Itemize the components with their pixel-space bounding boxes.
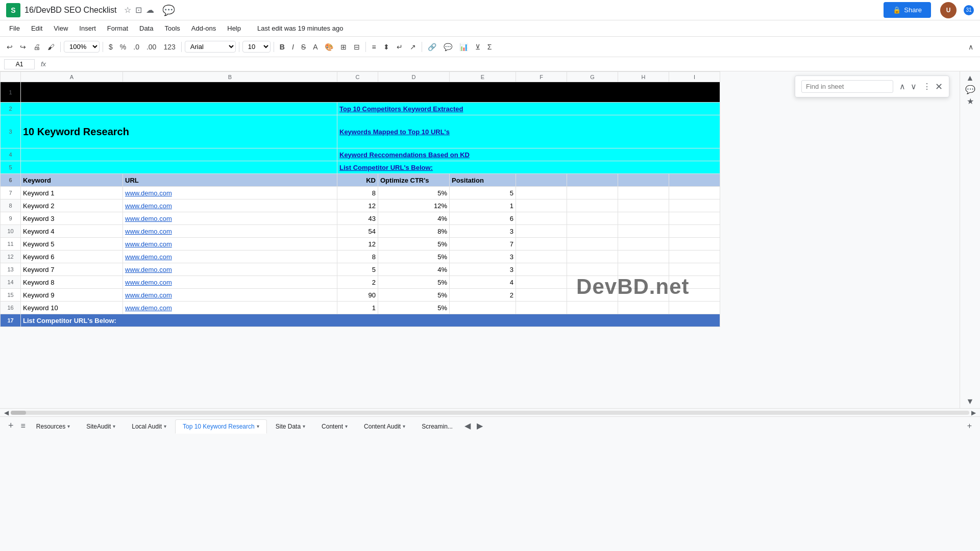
menu-file[interactable]: File	[4, 22, 25, 34]
cell-g9[interactable]	[567, 212, 618, 225]
cell-e16[interactable]	[450, 302, 516, 314]
cell-d8[interactable]: 12%	[378, 199, 450, 212]
cell-a10[interactable]: Keyword 4	[21, 225, 123, 238]
cell-i7[interactable]	[669, 187, 720, 199]
cell-a17[interactable]: List Competitor URL's Below:	[21, 314, 720, 327]
cell-h9[interactable]	[618, 212, 669, 225]
cell-g16[interactable]	[567, 302, 618, 314]
col-header-h[interactable]: H	[618, 72, 669, 82]
valign-button[interactable]: ⬍	[381, 41, 392, 53]
cell-f16[interactable]	[516, 302, 567, 314]
cell-b9[interactable]: www.demo.com	[123, 212, 337, 225]
header-kd[interactable]: KD	[337, 174, 378, 187]
cell-h16[interactable]: DevBD.net	[618, 302, 669, 314]
format-123-button[interactable]: 123	[161, 41, 178, 53]
tab-nav-right[interactable]: ▶	[474, 419, 486, 433]
cell-b12[interactable]: www.demo.com	[123, 251, 337, 263]
cell-f13[interactable]	[516, 263, 567, 276]
cell-i11[interactable]	[669, 238, 720, 251]
cell-a9[interactable]: Keyword 3	[21, 212, 123, 225]
cell-d14[interactable]: 5%	[378, 276, 450, 289]
cell-f10[interactable]	[516, 225, 567, 238]
print-button[interactable]: 🖨	[31, 41, 43, 53]
cell-h10[interactable]	[618, 225, 669, 238]
col-header-f[interactable]: F	[516, 72, 567, 82]
filter-button[interactable]: ⊻	[473, 41, 483, 53]
tab-end-add-button[interactable]: +	[963, 419, 976, 433]
tab-nav-left[interactable]: ◀	[461, 419, 474, 433]
scroll-right-arrow[interactable]: ▶	[969, 409, 978, 416]
cell-d10[interactable]: 8%	[378, 225, 450, 238]
cell-c9[interactable]: 43	[337, 212, 378, 225]
cell-i16[interactable]	[669, 302, 720, 314]
font-size-select[interactable]: 10	[242, 41, 271, 53]
header-positation[interactable]: Positation	[450, 174, 516, 187]
menu-tools[interactable]: Tools	[159, 22, 185, 34]
cell-f11[interactable]	[516, 238, 567, 251]
link-b10[interactable]: www.demo.com	[125, 228, 172, 235]
cell-i12[interactable]	[669, 251, 720, 263]
find-close-button[interactable]: ✕	[935, 81, 943, 92]
link-b14[interactable]: www.demo.com	[125, 279, 172, 286]
strikethrough-button[interactable]: S	[299, 41, 308, 53]
cell-g8[interactable]	[567, 199, 618, 212]
col-header-e[interactable]: E	[450, 72, 516, 82]
cell-a16[interactable]: Keyword 10	[21, 302, 123, 314]
cell-c16[interactable]: 1	[337, 302, 378, 314]
cell-e12[interactable]: 3	[450, 251, 516, 263]
cell-b15[interactable]: www.demo.com	[123, 289, 337, 302]
cell-e9[interactable]: 6	[450, 212, 516, 225]
cell-d15[interactable]: 5%	[378, 289, 450, 302]
folder-icon[interactable]: ⊡	[135, 5, 142, 15]
menu-format[interactable]: Format	[102, 22, 133, 34]
col-header-d[interactable]: D	[378, 72, 450, 82]
find-next-button[interactable]: ∨	[909, 81, 919, 92]
header-optimize-ctr[interactable]: Optimize CTR's	[378, 174, 450, 187]
header-f6[interactable]	[516, 174, 567, 187]
cell-c7[interactable]: 8	[337, 187, 378, 199]
cell-e15[interactable]: 2	[450, 289, 516, 302]
cell-i8[interactable]	[669, 199, 720, 212]
cell-b10[interactable]: www.demo.com	[123, 225, 337, 238]
cell-d11[interactable]: 5%	[378, 238, 450, 251]
function-button[interactable]: Σ	[485, 41, 495, 53]
font-select[interactable]: Arial	[185, 41, 236, 53]
cell-c5[interactable]: List Competitor URL's Below:	[337, 161, 720, 174]
cell-g12[interactable]	[567, 251, 618, 263]
chat-icon[interactable]: 💬	[162, 4, 175, 16]
col-header-a[interactable]: A	[21, 72, 123, 82]
col-header-i[interactable]: I	[669, 72, 720, 82]
header-url[interactable]: URL	[123, 174, 337, 187]
percent-button[interactable]: %	[117, 41, 129, 53]
star-panel-icon[interactable]: ★	[967, 96, 974, 106]
cell-d16[interactable]: 5%	[378, 302, 450, 314]
cell-a8[interactable]: Keyword 2	[21, 199, 123, 212]
link-b13[interactable]: www.demo.com	[125, 266, 172, 273]
tab-keyword-research[interactable]: Top 10 Keyword Research ▾	[175, 419, 267, 434]
italic-button[interactable]: I	[289, 41, 297, 53]
link-b16[interactable]: www.demo.com	[125, 304, 172, 312]
menu-view[interactable]: View	[48, 22, 73, 34]
cell-c15[interactable]: 90	[337, 289, 378, 302]
cell-d7[interactable]: 5%	[378, 187, 450, 199]
currency-button[interactable]: $	[106, 41, 115, 53]
chat-panel-icon[interactable]: 💬	[965, 85, 975, 94]
cell-c13[interactable]: 5	[337, 263, 378, 276]
cell-b16[interactable]: www.demo.com	[123, 302, 337, 314]
link-b7[interactable]: www.demo.com	[125, 189, 172, 197]
cell-b8[interactable]: www.demo.com	[123, 199, 337, 212]
cell-f12[interactable]	[516, 251, 567, 263]
cell-a15[interactable]: Keyword 9	[21, 289, 123, 302]
text-color-button[interactable]: A	[310, 41, 320, 53]
borders-button[interactable]: ⊞	[338, 41, 349, 53]
cell-b7[interactable]: www.demo.com	[123, 187, 337, 199]
link-b8[interactable]: www.demo.com	[125, 202, 172, 210]
sheets-menu-button[interactable]: ≡	[18, 419, 29, 433]
tab-resources[interactable]: Resources ▾	[29, 419, 78, 434]
undo-button[interactable]: ↩	[4, 41, 15, 53]
cell-c2[interactable]: Top 10 Competitors Keyword Extracted	[337, 103, 720, 115]
link-button[interactable]: 🔗	[425, 41, 439, 53]
cell-a11[interactable]: Keyword 5	[21, 238, 123, 251]
cell-i9[interactable]	[669, 212, 720, 225]
cell-a7[interactable]: Keyword 1	[21, 187, 123, 199]
